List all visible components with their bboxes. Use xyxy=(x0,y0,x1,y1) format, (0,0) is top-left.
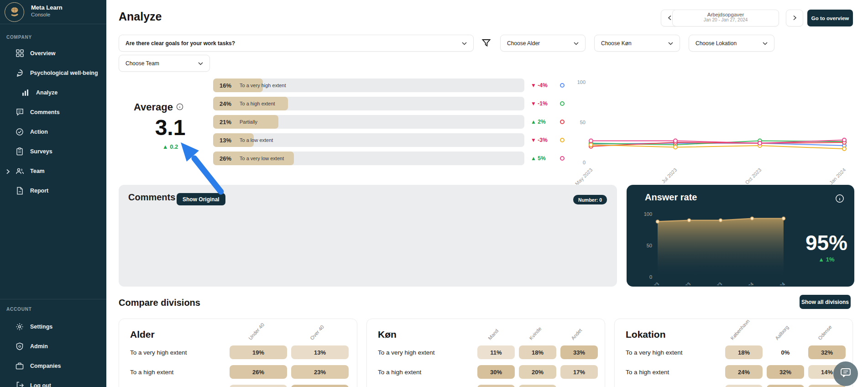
svg-text:Jan 2024: Jan 2024 xyxy=(828,167,847,185)
period-selector[interactable]: Arbejdsopgaver Jan 20 - Jan 27, 2024 xyxy=(672,10,779,26)
sidebar-item-settings[interactable]: Settings xyxy=(0,317,106,336)
trend-line-chart: 050100May 2023Jul 2023Oct 2023Jan 2024 xyxy=(572,75,864,185)
value-pill: 13% xyxy=(230,385,287,387)
chat-bubble-icon xyxy=(840,368,851,380)
value-pill: 13% xyxy=(725,385,763,387)
delta-badge: ▲ 2% xyxy=(531,119,560,125)
sidebar-item-logout[interactable]: Log out xyxy=(0,376,106,387)
column-header: Kvinde xyxy=(528,326,542,341)
bar-percent: 24% xyxy=(220,100,240,107)
sidebar-item-psychological-well-being[interactable]: Psychological well-being xyxy=(0,63,106,83)
brand-name: Meta Learn xyxy=(31,4,63,11)
chevron-down-icon xyxy=(668,40,673,47)
series-marker-green xyxy=(560,101,565,106)
answer-rate-chart: 050100May 2023Jul 2023Oct 2023Jan 2024Ja… xyxy=(639,209,799,285)
kon-select[interactable]: Choose Køn xyxy=(594,35,680,52)
chevron-down-icon xyxy=(763,40,768,47)
delta-badge: ▼ -4% xyxy=(531,82,560,89)
period-title: Arbejdsopgaver xyxy=(673,12,779,17)
series-marker-yellow xyxy=(560,138,565,142)
up-triangle-icon: ▲ xyxy=(531,119,536,125)
up-triangle-icon: ▲ xyxy=(531,155,536,162)
svg-text:0: 0 xyxy=(583,160,586,165)
chevron-down-icon xyxy=(462,40,467,47)
lokation-select[interactable]: Choose Lokation xyxy=(689,35,774,52)
svg-text:Oct 2023: Oct 2023 xyxy=(706,281,723,285)
chevron-down-icon xyxy=(574,40,579,47)
info-icon[interactable] xyxy=(176,101,183,113)
sidebar-item-comments[interactable]: Comments xyxy=(0,102,106,122)
sidebar-item-companies[interactable]: Companies xyxy=(0,356,106,376)
chevron-right-icon xyxy=(793,14,797,22)
lokation-select-value: Choose Lokation xyxy=(695,40,737,47)
value-pill: 18% xyxy=(519,345,556,359)
answer-distribution: 16%To a very high extent ▼ -4% 24%To a h… xyxy=(213,78,565,170)
bar-track[interactable]: 13%To a low extent xyxy=(213,133,524,147)
answer-rate-title: Answer rate xyxy=(645,192,697,203)
value-pill: 33% xyxy=(560,345,598,359)
filter-funnel-icon[interactable] xyxy=(481,38,492,48)
average-value: 3.1 xyxy=(134,115,207,140)
bar-track[interactable]: 16%To a very high extent xyxy=(213,78,524,92)
team-select[interactable]: Choose Team xyxy=(119,55,210,72)
value-pill: 18% xyxy=(725,345,763,359)
svg-text:May 2023: May 2023 xyxy=(574,167,594,185)
column-header: Andet xyxy=(570,328,583,341)
series-marker-pink xyxy=(560,156,565,161)
next-period-button[interactable] xyxy=(786,10,803,26)
division-card-lokation: Lokation København Aalborg Odense To a v… xyxy=(614,319,853,387)
kon-select-value: Choose Køn xyxy=(601,40,632,47)
division-card-alder: Alder Under 40 Over 40 To a very high ex… xyxy=(119,319,357,387)
value-pill: 0% xyxy=(767,345,804,359)
info-icon[interactable] xyxy=(835,194,844,205)
column-header: Under 40 xyxy=(247,322,265,341)
brand-subtitle: Console xyxy=(31,12,50,17)
average-label: Average xyxy=(134,101,183,113)
value-pill: 30% xyxy=(477,365,515,379)
delta-badge: ▼ -1% xyxy=(531,100,560,107)
sidebar-item-report[interactable]: Report xyxy=(0,181,106,200)
bar-track[interactable]: 24%To a high extent xyxy=(213,97,524,110)
card-title: Alder xyxy=(130,329,155,340)
app-root: Meta Learn Console COMPANY Overview Psyc… xyxy=(0,0,868,387)
sidebar-item-team[interactable]: Team xyxy=(0,161,106,181)
table-row: Partially xyxy=(130,385,230,387)
column-header: København xyxy=(729,318,751,341)
answer-rate-delta: ▲ 1% xyxy=(804,256,849,263)
column-header: Over 40 xyxy=(309,324,325,341)
value-pill: 11% xyxy=(477,345,515,359)
comments-panel: Comments Show Original Number: 0 xyxy=(119,185,617,287)
distribution-row: 16%To a very high extent ▼ -4% xyxy=(213,78,565,92)
alder-select[interactable]: Choose Alder xyxy=(500,35,586,52)
sidebar-item-admin[interactable]: Admin xyxy=(0,336,106,356)
grid-icon xyxy=(15,49,24,58)
chevron-left-icon xyxy=(668,14,672,22)
division-card-kon: Køn Mand Kvinde Andet To a very high ext… xyxy=(366,319,605,387)
column-header: Aalborg xyxy=(774,324,790,341)
distribution-row: 24%To a high extent ▼ -1% xyxy=(213,97,565,110)
period-range: Jan 20 - Jan 27, 2024 xyxy=(673,17,779,22)
svg-text:0: 0 xyxy=(649,274,652,280)
alder-select-value: Choose Alder xyxy=(507,40,540,47)
sidebar-item-overview[interactable]: Overview xyxy=(0,43,106,63)
bar-percent: 26% xyxy=(220,155,240,162)
bar-track[interactable]: 21%Partially xyxy=(213,115,524,129)
chat-button[interactable] xyxy=(833,361,858,386)
distribution-row: 21%Partially ▲ 2% xyxy=(213,115,565,129)
question-select[interactable]: Are there clear goals for your work task… xyxy=(119,35,474,52)
logout-icon xyxy=(15,381,24,387)
sidebar-item-analyze[interactable]: Analyze xyxy=(0,83,106,102)
sidebar-divider xyxy=(0,299,106,299)
svg-text:May 2023: May 2023 xyxy=(641,281,660,285)
section-label-account: ACCOUNT xyxy=(6,307,32,312)
show-all-divisions-button[interactable]: Show all divisions xyxy=(800,295,851,309)
comment-icon xyxy=(15,108,24,117)
sidebar-item-surveys[interactable]: Surveys xyxy=(0,141,106,161)
document-icon xyxy=(15,186,24,195)
show-original-button[interactable]: Show Original xyxy=(177,193,225,205)
bar-track[interactable]: 26%To a very low extent xyxy=(213,152,524,165)
svg-text:100: 100 xyxy=(577,79,586,85)
bar-label: To a low extent xyxy=(240,137,273,143)
go-to-overview-button[interactable]: Go to overview xyxy=(807,10,853,26)
sidebar-item-action[interactable]: Action xyxy=(0,122,106,141)
